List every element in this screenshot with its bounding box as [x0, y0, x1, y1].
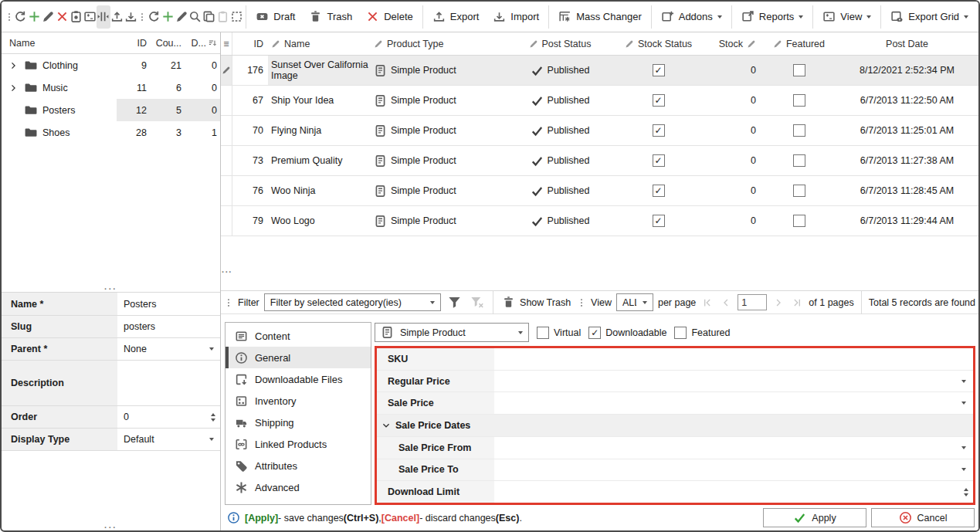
tree-delete-button[interactable]	[55, 5, 69, 29]
stock-status-checkbox[interactable]: ✓	[653, 154, 665, 167]
draft-button[interactable]: Draft	[249, 5, 302, 29]
product-type-select[interactable]: Simple Product	[375, 323, 529, 342]
copy-button[interactable]	[202, 5, 216, 29]
expand-chevron-icon[interactable]	[8, 83, 19, 93]
tree-row-music[interactable]: Music 11 6 0	[2, 76, 220, 99]
stock-status-checkbox[interactable]: ✓	[653, 185, 665, 197]
slug-field[interactable]: posters	[117, 316, 220, 337]
featured-checkbox[interactable]	[793, 124, 805, 137]
stock-status-checkbox[interactable]: ✓	[653, 215, 665, 227]
trash-button[interactable]: Trash	[302, 5, 359, 29]
tree-col-d[interactable]: D...	[186, 38, 220, 49]
featured-checkbox[interactable]	[793, 94, 805, 107]
download-limit-stepper[interactable]	[494, 481, 973, 503]
select-button[interactable]	[229, 5, 243, 29]
featured-checkbox[interactable]	[793, 185, 805, 197]
view-button[interactable]: View	[816, 5, 878, 29]
col-product-type[interactable]: Product Type	[371, 39, 502, 49]
toolbar-grip[interactable]	[6, 12, 12, 22]
prev-page-button[interactable]	[719, 297, 733, 308]
tree-col-count[interactable]: Cou...	[151, 38, 186, 49]
tree-import-button[interactable]	[124, 5, 138, 29]
tree-row-shoes[interactable]: Shoes 28 3 1	[2, 121, 220, 144]
stock-status-checkbox[interactable]: ✓	[653, 94, 665, 107]
horizontal-splitter[interactable]: ···	[2, 285, 220, 292]
first-page-button[interactable]	[700, 297, 714, 308]
apply-button[interactable]: Apply	[763, 508, 866, 527]
product-row-73[interactable]: 73 Premium Quality Simple Product Publis…	[221, 146, 978, 176]
col-stock-status[interactable]: Stock Status	[618, 39, 699, 49]
tab-attributes[interactable]: Attributes	[226, 455, 371, 476]
tab-inventory[interactable]: Inventory	[226, 390, 371, 412]
show-trash-button[interactable]: Show Trash	[500, 296, 572, 309]
virtual-checkbox[interactable]	[537, 327, 549, 339]
product-row-70[interactable]: 70 Flying Ninja Simple Product Published…	[221, 116, 978, 146]
cancel-button[interactable]: Cancel	[871, 508, 975, 527]
paste-button[interactable]	[216, 5, 230, 29]
col-featured[interactable]: Featured	[762, 39, 836, 49]
row-menu-icon[interactable]: ≡	[221, 32, 232, 55]
product-row-76[interactable]: 76 Woo Ninja Simple Product Published ✓ …	[221, 176, 978, 206]
view-grip[interactable]	[578, 297, 585, 308]
col-id[interactable]: ID	[232, 39, 268, 49]
grid-edit-button[interactable]	[175, 5, 188, 29]
filter-select[interactable]: Filter by selected category(ies)	[264, 293, 441, 311]
tab-downloadable-files[interactable]: Downloadable Files	[226, 368, 371, 390]
regular-price-input[interactable]	[494, 371, 973, 392]
stepper-arrows[interactable]	[964, 488, 968, 496]
page-number-input[interactable]	[738, 294, 767, 310]
name-field[interactable]: Posters	[117, 293, 220, 315]
featured-checkbox[interactable]	[793, 64, 805, 76]
sale-price-input[interactable]	[494, 392, 973, 414]
mass-changer-button[interactable]: Mass Changer	[551, 5, 649, 29]
tab-content[interactable]: Content	[226, 325, 371, 347]
grid-refresh-button[interactable]	[147, 5, 161, 29]
clear-filter-button[interactable]	[468, 295, 486, 310]
description-field[interactable]	[117, 361, 220, 405]
col-post-date[interactable]: Post Date	[836, 39, 978, 49]
grid-splitter-handle[interactable]: ···	[222, 267, 232, 276]
col-stock[interactable]: Stock	[699, 39, 762, 49]
featured-checkbox[interactable]	[674, 327, 687, 339]
featured-checkbox[interactable]	[793, 215, 805, 227]
tab-linked-products[interactable]: Linked Products	[226, 433, 371, 455]
col-post-status[interactable]: Post Status	[502, 39, 618, 49]
export-grid-button[interactable]: Export Grid	[883, 5, 975, 29]
sku-input[interactable]	[494, 348, 973, 370]
next-page-button[interactable]	[771, 297, 785, 308]
reports-button[interactable]: Reports	[734, 5, 811, 29]
tab-general[interactable]: General	[226, 347, 371, 368]
display-type-select[interactable]: Default	[117, 429, 220, 450]
downloadable-checkbox[interactable]: ✓	[588, 327, 601, 339]
product-row-67[interactable]: 67 Ship Your Idea Simple Product Publish…	[221, 86, 978, 116]
sale-price-to-input[interactable]	[494, 459, 973, 481]
expand-chevron-icon[interactable]	[8, 61, 19, 70]
import-button[interactable]: Import	[486, 5, 546, 29]
tree-refresh-button[interactable]	[14, 5, 28, 29]
export-button[interactable]: Export	[426, 5, 487, 29]
per-page-select[interactable]: ALL	[616, 293, 653, 311]
stepper-arrows[interactable]	[211, 413, 215, 422]
horizontal-splitter-bottom[interactable]: ···	[2, 524, 220, 530]
toolbar-grip-2[interactable]	[139, 12, 145, 22]
stock-status-checkbox[interactable]: ✓	[653, 64, 665, 76]
addons-button[interactable]: Addons	[654, 5, 729, 29]
apply-filter-button[interactable]	[446, 295, 463, 310]
col-name[interactable]: Name	[268, 39, 371, 49]
parent-select[interactable]: None	[117, 338, 220, 360]
tree-row-clothing[interactable]: Clothing 9 21 0	[2, 54, 220, 76]
product-row-79[interactable]: 79 Woo Logo Simple Product Published ✓ 0…	[221, 206, 978, 236]
delete-button[interactable]: Delete	[359, 5, 420, 29]
tree-col-id[interactable]: ID	[117, 38, 151, 49]
filter-bar-grip[interactable]	[226, 297, 232, 308]
product-row-176[interactable]: 176 Sunset Over California Image Simple …	[221, 56, 978, 86]
tree-add-button[interactable]	[28, 5, 42, 29]
sale-price-dates-group[interactable]: Sale Price Dates	[377, 415, 973, 437]
last-page-button[interactable]	[790, 297, 804, 308]
tree-col-name[interactable]: Name	[2, 38, 117, 49]
grid-search-button[interactable]	[188, 5, 202, 29]
tab-advanced[interactable]: Advanced	[226, 476, 371, 498]
tree-export-button[interactable]	[110, 5, 124, 29]
tree-row-posters[interactable]: Posters 12 5 0	[2, 99, 220, 121]
column-split-button[interactable]	[97, 5, 110, 29]
